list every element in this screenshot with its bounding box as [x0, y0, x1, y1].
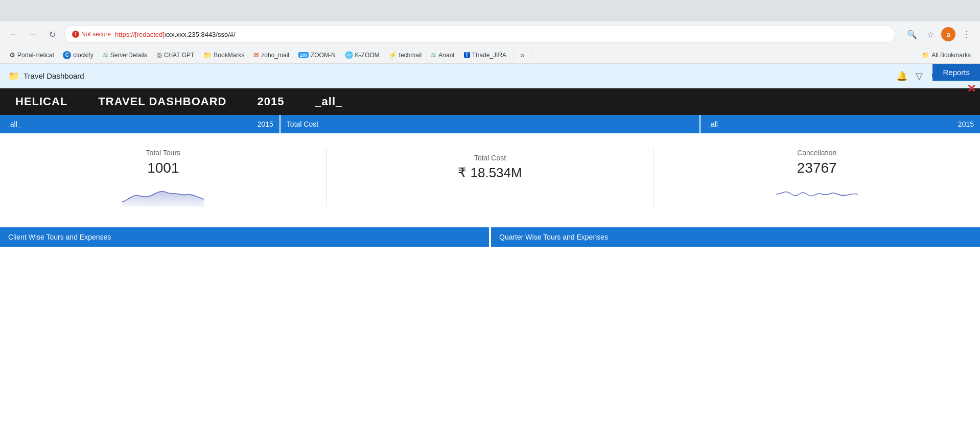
all-bookmarks-button[interactable]: 📁 All Bookmarks: [918, 50, 975, 60]
chat-gpt-icon: ◎: [156, 51, 162, 59]
quarter-wise-label: Quarter Wise Tours and Expenses: [499, 233, 608, 241]
security-badge: ! Not secure: [72, 31, 111, 38]
bookmark-label: Anant: [438, 52, 454, 59]
bell-icon[interactable]: 🔔: [896, 70, 907, 82]
filter-label-middle: Total Cost: [281, 120, 699, 128]
bookmark-label: ZOOM-N: [311, 52, 336, 59]
bookmark-label: Ttrade_JIRA: [472, 52, 506, 59]
toolbar-icons: 🔍 ☆ a ⋮: [904, 27, 974, 42]
bookmarks-divider: [514, 50, 514, 60]
anant-icon: ≋: [431, 51, 436, 59]
menu-button[interactable]: ⋮: [959, 27, 974, 42]
clockify-icon: C: [63, 51, 71, 59]
total-cost-label: Total Cost: [474, 154, 506, 162]
bookmark-zoho-mail[interactable]: ✉ zoho_mail: [249, 50, 293, 60]
bookmark-label: Portal-Helical: [17, 52, 54, 59]
dashboard-title: Travel Dashboard: [24, 72, 84, 80]
metrics-row: Total Tours 1001 Total Cost: [0, 133, 980, 227]
dashboard-header: 📁 Travel Dashboard 🔔 ▽ ⏱ ⬚ ↺: [0, 64, 980, 88]
not-secure-label: Not secure: [81, 31, 111, 38]
ttrade-jira-icon: T: [464, 52, 470, 58]
forward-button[interactable]: →: [26, 27, 40, 41]
bookmark-clockify[interactable]: C clockify: [59, 50, 97, 61]
not-secure-icon: !: [72, 31, 79, 38]
bookmark-chat-gpt[interactable]: ◎ CHAT GPT: [152, 50, 199, 60]
chart-content-area: [0, 247, 980, 380]
k-zoom-icon: 🌐: [345, 51, 353, 59]
total-tours-label: Total Tours: [146, 149, 180, 157]
client-wise-label: Client Wise Tours and Expenses: [8, 233, 111, 241]
filter-year-right: 2015: [952, 120, 980, 128]
total-cost-value: ₹ 18.534M: [458, 165, 522, 181]
bookmark-techmail[interactable]: ⚡ techmail: [385, 50, 426, 60]
bookmark-anant[interactable]: ≋ Anant: [427, 50, 458, 60]
dashboard-name: TRAVEL DASHBOARD: [98, 95, 226, 108]
zoom-icon: zm: [298, 52, 309, 58]
url-red-part: https://: [115, 31, 135, 38]
all-bookmarks-label: All Bookmarks: [931, 52, 971, 59]
more-bookmarks-button[interactable]: »: [517, 49, 528, 61]
url-display: https://[redacted]xxx.xxx.235:8443/sso/#…: [115, 31, 888, 38]
bookmark-label: techmail: [399, 52, 422, 59]
address-bar[interactable]: ! Not secure https://[redacted]xxx.xxx.2…: [64, 26, 895, 43]
filter-bar-right[interactable]: _all_ 2015: [701, 115, 980, 133]
url-hidden: [redacted]: [135, 31, 165, 38]
all-bookmarks-icon: 📁: [922, 52, 929, 59]
filter-label-left: _all_: [0, 120, 251, 128]
bookmark-star-button[interactable]: ☆: [923, 27, 938, 42]
bookmark-label: CHAT GPT: [164, 52, 195, 59]
bookmark-label: BookMarks: [214, 52, 244, 59]
bookmark-server-details[interactable]: ≋ ServerDetails: [99, 50, 151, 60]
techmail-icon: ⚡: [389, 51, 397, 59]
bookmark-zoom-n[interactable]: zm ZOOM-N: [294, 50, 340, 60]
bookmark-k-zoom[interactable]: 🌐 K-ZOOM: [341, 50, 384, 60]
tab-bar: [0, 0, 980, 21]
filter-icon[interactable]: ▽: [916, 70, 923, 82]
reports-button[interactable]: Reports: [932, 64, 980, 81]
bookmark-portal-helical[interactable]: ⚙ Portal-Helical: [5, 50, 58, 60]
bookmark-label: zoho_mail: [261, 52, 289, 59]
bookmark-label: ServerDetails: [110, 52, 147, 59]
browser-chrome: ← → ↻ ! Not secure https://[redacted]xxx…: [0, 0, 980, 64]
server-details-icon: ≋: [103, 51, 108, 59]
filter-bars-row: _all_ 2015 Total Cost _all_ 2015: [0, 115, 980, 133]
bookmarks-icon: 📁: [203, 51, 212, 59]
zoho-mail-icon: ✉: [253, 51, 259, 59]
back-button[interactable]: ←: [6, 27, 20, 41]
cancellation-value: 23767: [797, 160, 837, 176]
user-avatar[interactable]: a: [941, 27, 955, 41]
cancellation-card: Cancellation 23767: [654, 144, 980, 212]
company-name: HELICAL: [15, 95, 67, 108]
filter-year-left: 2015: [251, 120, 279, 128]
bookmarks-divider-2: [531, 50, 531, 60]
app-container: Reports ✕ 📁 Travel Dashboard 🔔 ▽ ⏱ ⬚ ↺ H…: [0, 64, 980, 380]
dashboard-folder-icon: 📁: [8, 70, 19, 82]
total-tours-card: Total Tours 1001: [0, 144, 326, 212]
close-button[interactable]: ✕: [967, 83, 976, 95]
bookmark-label: clockify: [73, 52, 93, 59]
title-bar-year: 2015: [257, 95, 284, 108]
nav-controls: ← → ↻ ! Not secure https://[redacted]xxx…: [0, 21, 980, 47]
total-tours-value: 1001: [147, 160, 179, 176]
total-tours-sparkline: [122, 181, 204, 207]
title-bar-filter: _all_: [315, 95, 342, 108]
cancellation-label: Cancellation: [797, 149, 836, 157]
url-path: xxx.xxx.235:8443/sso/#/: [165, 31, 236, 38]
quarter-wise-chart-header: Quarter Wise Tours and Expenses: [491, 227, 980, 247]
portal-helical-icon: ⚙: [9, 51, 15, 59]
total-cost-card: Total Cost ₹ 18.534M: [327, 144, 654, 191]
bookmark-ttrade-jira[interactable]: T Ttrade_JIRA: [460, 50, 510, 60]
bookmark-label: K-ZOOM: [355, 52, 380, 59]
black-title-bar: HELICAL TRAVEL DASHBOARD 2015 _all_: [0, 88, 980, 115]
filter-bar-middle[interactable]: Total Cost: [281, 115, 701, 133]
bookmark-bookmarks[interactable]: 📁 BookMarks: [199, 50, 248, 60]
client-wise-chart-header: Client Wise Tours and Expenses: [0, 227, 489, 247]
bookmarks-bar: ⚙ Portal-Helical C clockify ≋ ServerDeta…: [0, 47, 980, 63]
reload-button[interactable]: ↻: [45, 27, 59, 41]
filter-bar-left[interactable]: _all_ 2015: [0, 115, 281, 133]
search-icon-button[interactable]: 🔍: [904, 27, 920, 42]
cancellation-sparkline: [776, 181, 858, 207]
filter-label-right: _all_: [701, 120, 952, 128]
chart-headers-row: Client Wise Tours and Expenses Quarter W…: [0, 227, 980, 247]
